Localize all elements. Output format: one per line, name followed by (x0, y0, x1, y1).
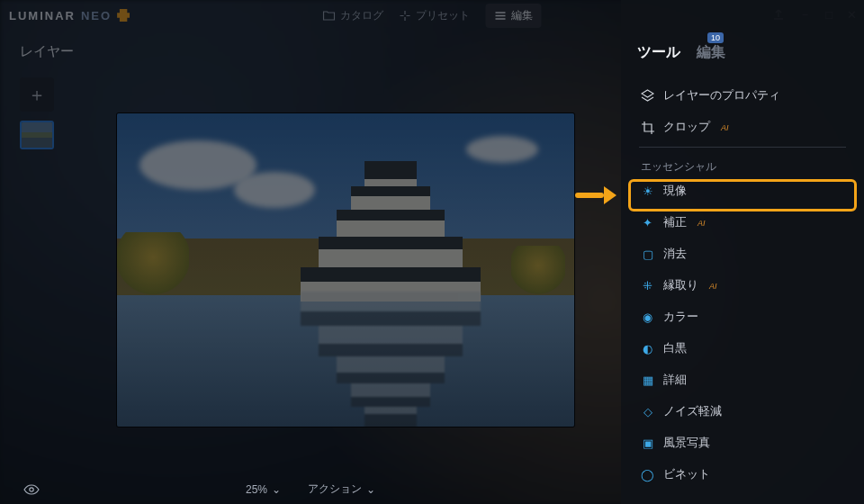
sun-icon: ☀ (641, 184, 654, 198)
nav-catalog[interactable]: カタログ (323, 8, 383, 23)
zoom-control[interactable]: 25% ⌄ (246, 483, 281, 496)
tool-vignette[interactable]: ◯ ビネット (637, 459, 848, 490)
add-layer-button[interactable]: ＋ (20, 77, 54, 112)
tool-label: 現像 (663, 184, 687, 199)
thumbnail-image (22, 122, 52, 148)
vignette-icon: ◯ (641, 468, 654, 482)
tool-crop[interactable]: クロップ AI (637, 112, 848, 143)
erase-icon: ▢ (641, 248, 654, 261)
bw-icon: ◐ (641, 342, 654, 356)
tool-color[interactable]: ◉ カラー (637, 302, 848, 333)
svg-point-0 (30, 487, 33, 490)
tool-bw[interactable]: ◐ 白黒 (637, 333, 848, 364)
canvas-footer: 25% ⌄ アクション ⌄ (0, 482, 621, 497)
nav-edit[interactable]: 編集 (486, 4, 542, 28)
tool-erase[interactable]: ▢ 消去 (637, 238, 848, 270)
app-logo: LUMINAR NEO (9, 9, 130, 22)
tools-panel: ツール 編集 10 レイヤーのプロパティ クロップ AI エッセンシャル ☀ 現… (621, 0, 864, 504)
ai-badge: AI (709, 282, 717, 291)
chevron-down-icon: ⌄ (366, 483, 375, 496)
tool-label: レイヤーのプロパティ (663, 88, 780, 104)
crop-icon (641, 121, 654, 134)
enhance-icon: ✦ (641, 216, 654, 230)
chevron-down-icon: ⌄ (272, 483, 281, 496)
visibility-toggle[interactable] (23, 484, 40, 495)
section-essentials: エッセンシャル (637, 155, 848, 176)
layers-icon (641, 89, 654, 103)
tab-edits[interactable]: 編集 (697, 43, 725, 62)
action-menu[interactable]: アクション ⌄ (308, 482, 375, 497)
panel-tabs: ツール 編集 10 (637, 43, 848, 62)
zoom-value: 25% (246, 483, 267, 496)
folder-icon (323, 10, 336, 21)
tool-label: カラー (663, 310, 698, 325)
nav-presets[interactable]: プリセット (400, 8, 470, 23)
landscape-icon: ▣ (641, 436, 654, 450)
image-canvas[interactable] (117, 113, 574, 427)
tool-label: 消去 (663, 247, 687, 262)
tool-enhance[interactable]: ✦ 補正 AI (637, 207, 848, 238)
ai-badge: AI (721, 123, 729, 132)
tool-label: 詳細 (663, 373, 687, 388)
edits-count-badge: 10 (707, 32, 724, 43)
tool-label: 白黒 (663, 341, 687, 356)
brand-suffix: NEO (81, 9, 112, 22)
canvas-castle (301, 130, 481, 302)
tool-label: 縁取り (663, 278, 698, 293)
tool-landscape[interactable]: ▣ 風景写真 (637, 428, 848, 459)
sparkle-icon (400, 10, 411, 22)
tool-layer-properties[interactable]: レイヤーのプロパティ (637, 80, 848, 112)
top-nav: カタログ プリセット 編集 (323, 4, 542, 28)
layers-title: レイヤー (20, 43, 74, 60)
ai-badge: AI (698, 219, 706, 228)
details-icon: ▦ (641, 374, 654, 387)
tool-label: ノイズ軽減 (663, 404, 722, 419)
action-label: アクション (308, 482, 362, 497)
color-icon: ◉ (641, 310, 654, 324)
nav-edit-label: 編集 (511, 8, 533, 23)
tool-denoise[interactable]: ◇ ノイズ軽減 (637, 396, 848, 428)
tool-label: ビネット (663, 467, 710, 482)
layer-thumbnail[interactable] (20, 121, 54, 149)
tab-tools[interactable]: ツール (637, 43, 680, 62)
brand-text: LUMINAR (9, 9, 76, 22)
extensions-icon[interactable] (117, 9, 130, 22)
nav-presets-label: プリセット (416, 8, 470, 23)
nav-catalog-label: カタログ (340, 8, 383, 23)
tool-details[interactable]: ▦ 詳細 (637, 364, 848, 396)
tool-label: 風景写真 (663, 436, 710, 451)
tool-develop[interactable]: ☀ 現像 (637, 176, 848, 207)
tool-label: 補正 (663, 215, 687, 230)
tool-structure[interactable]: ⁜ 縁取り AI (637, 270, 848, 302)
tool-label: クロップ (663, 120, 710, 135)
sliders-icon (495, 11, 507, 21)
structure-icon: ⁜ (641, 279, 654, 292)
denoise-icon: ◇ (641, 405, 654, 418)
divider (639, 147, 846, 148)
